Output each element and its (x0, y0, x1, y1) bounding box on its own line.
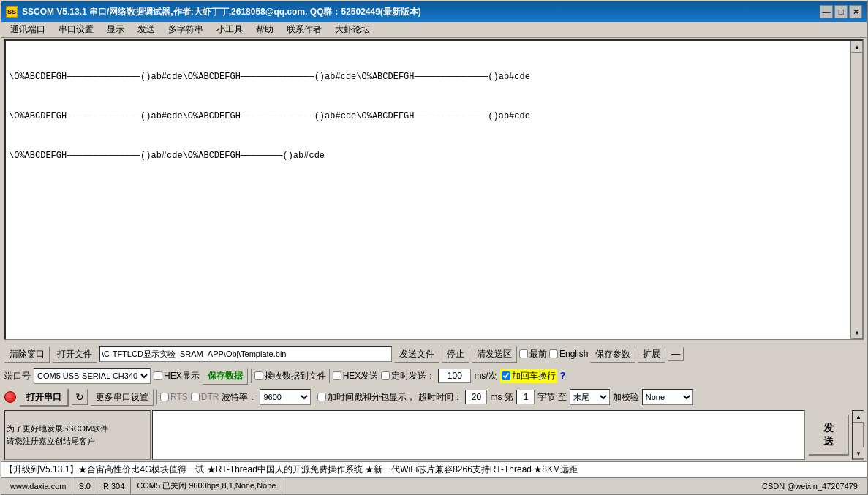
hex-display-checkbox[interactable] (154, 371, 162, 380)
refresh-button[interactable]: ↻ (72, 389, 88, 405)
hex-display-label: HEX显示 (154, 370, 200, 382)
title-buttons: — □ ✕ (820, 5, 862, 18)
menu-help[interactable]: 帮助 (250, 22, 279, 37)
promo-line2: 请您注册嘉立创结尾客户 (7, 436, 148, 447)
minimize-button[interactable]: — (820, 5, 833, 18)
add-timestamp-label: 加时间戳和分包显示， (317, 391, 415, 404)
send-scroll-up[interactable]: ▲ (853, 411, 864, 423)
send-file-button[interactable]: 发送文件 (394, 346, 439, 363)
terminal-scroll[interactable]: \O%ABCDEFGH——————————————()ab#cde\O%ABCD… (6, 41, 862, 339)
checksum-select[interactable]: None CRC8 CRC16 SUM (642, 389, 693, 405)
hex-display-text: HEX显示 (164, 370, 200, 382)
timeout-label: 超时时间： (418, 391, 462, 404)
receive-to-file-text: 接收数据到文件 (265, 370, 326, 382)
send-main-button[interactable]: 发 送 (808, 415, 849, 456)
status-r: R:304 (97, 478, 131, 494)
dtr-text: DTR (201, 392, 219, 402)
save-params-button[interactable]: 保存参数 (590, 346, 635, 363)
last-label: 最前 (529, 348, 547, 360)
terminal-output: \O%ABCDEFGH——————————————()ab#cde\O%ABCD… (6, 41, 850, 192)
dash-button[interactable]: — (668, 347, 684, 361)
status-credit: CSDN @weixin_47207479 (756, 482, 864, 491)
menu-send[interactable]: 发送 (132, 22, 161, 37)
stop-button[interactable]: 停止 (442, 346, 469, 363)
clear-window-button[interactable]: 清除窗口 (4, 346, 50, 363)
send-area: 为了更好地发展SSCOM软件 请您注册嘉立创结尾客户 发 送 ▲ ▼ (4, 410, 864, 460)
ticker-text: 【升级到V5.13.1】★合宙高性价比4G模块值得一试 ★RT-Thread中国… (4, 464, 578, 475)
divider-4 (314, 390, 314, 404)
ticker-bar: 【升级到V5.13.1】★合宙高性价比4G模块值得一试 ★RT-Thread中国… (1, 461, 867, 477)
com-port-select[interactable]: COM5 USB-SERIAL CH340 (34, 368, 151, 384)
dtr-checkbox[interactable] (191, 393, 200, 401)
terminal-scrollbar: ▲ ▼ (850, 41, 862, 339)
rts-label: RTS (160, 392, 188, 402)
packet-num-label: 第 (505, 391, 513, 404)
timed-send-checkbox[interactable] (381, 371, 390, 380)
end-select[interactable]: 末尾 首字节 (570, 389, 610, 405)
title-bar-left: SS SSCOM V5.13.1 串口/网络数据调试器,作者:大虾丁丁,2618… (6, 6, 421, 18)
menu-multistring[interactable]: 多字符串 (162, 22, 209, 37)
baud-select[interactable]: 9600 115200 57600 38400 19200 4800 2400 … (260, 389, 311, 405)
divider-2 (329, 369, 330, 383)
control-section: 清除窗口 打开文件 发送文件 停止 清发送区 最前 English 保存参数 扩… (1, 341, 867, 410)
add-timestamp-text: 加时间戳和分包显示， (328, 391, 415, 404)
timed-interval-input[interactable] (438, 369, 471, 383)
help-icon[interactable]: ? (560, 371, 565, 381)
hex-send-label: HEX发送 (333, 370, 379, 382)
send-scrollbar: ▲ ▼ (852, 410, 864, 460)
receive-to-file-checkbox[interactable] (254, 371, 263, 380)
receive-to-file-label: 接收数据到文件 (254, 370, 326, 382)
last-checkbox[interactable] (519, 349, 528, 358)
close-button[interactable]: ✕ (849, 5, 862, 18)
expand-button[interactable]: 扩展 (638, 346, 665, 363)
menu-serial-settings[interactable]: 串口设置 (53, 22, 99, 37)
english-checkbox[interactable] (549, 349, 558, 358)
control-row3: 打开串口 ↻ 更多串口设置 RTS DTR 波特率： 9600 115200 5… (4, 387, 864, 407)
baud-label: 波特率： (222, 391, 257, 404)
more-com-button[interactable]: 更多串口设置 (91, 389, 154, 406)
terminal-line-1: \O%ABCDEFGH——————————————()ab#cde\O%ABCD… (9, 70, 848, 83)
menu-tools[interactable]: 小工具 (211, 22, 249, 37)
menu-contact[interactable]: 联系作者 (281, 22, 328, 37)
timed-unit-label: ms/次 (474, 370, 497, 382)
menu-forum[interactable]: 大虾论坛 (329, 22, 376, 37)
maximize-button[interactable]: □ (834, 5, 848, 18)
title-bar: SS SSCOM V5.13.1 串口/网络数据调试器,作者:大虾丁丁,2618… (1, 1, 867, 22)
clear-send-area-button[interactable]: 清发送区 (472, 346, 517, 363)
timeout-input[interactable] (465, 390, 487, 404)
packet-num-input[interactable] (516, 390, 535, 404)
terminal-line-2: \O%ABCDEFGH——————————————()ab#cde\O%ABCD… (9, 110, 848, 123)
scroll-down-button[interactable]: ▼ (851, 327, 863, 339)
app-icon: SS (6, 6, 18, 18)
status-website: www.daxia.com (4, 478, 72, 494)
menu-display[interactable]: 显示 (101, 22, 130, 37)
scroll-up-button[interactable]: ▲ (851, 41, 863, 53)
divider-1 (251, 369, 252, 383)
save-data-button[interactable]: 保存数据 (203, 368, 248, 385)
rts-checkbox[interactable] (160, 393, 169, 401)
add-timestamp-checkbox[interactable] (317, 393, 326, 401)
timed-send-text: 定时发送： (391, 370, 435, 382)
promo-area: 为了更好地发展SSCOM软件 请您注册嘉立创结尾客户 (4, 410, 151, 460)
dtr-label: DTR (191, 392, 219, 402)
promo-line1: 为了更好地发展SSCOM软件 (7, 423, 148, 434)
control-row1: 清除窗口 打开文件 发送文件 停止 清发送区 最前 English 保存参数 扩… (4, 343, 864, 365)
file-path-input[interactable] (99, 346, 392, 362)
menu-communications[interactable]: 通讯端口 (4, 22, 51, 37)
send-scroll-down[interactable]: ▼ (853, 447, 864, 459)
open-port-button[interactable]: 打开串口 (19, 388, 69, 407)
send-textarea[interactable] (152, 410, 805, 460)
hex-send-checkbox[interactable] (333, 371, 341, 380)
send-button-area: 发 送 (807, 410, 850, 460)
last-checkbox-label: 最前 (519, 348, 547, 360)
hex-send-text: HEX发送 (343, 370, 379, 382)
terminal-area: \O%ABCDEFGH——————————————()ab#cde\O%ABCD… (4, 39, 864, 340)
scroll-track (851, 53, 862, 327)
status-s: S:0 (72, 478, 97, 494)
add-crlf-checkbox[interactable] (502, 371, 510, 380)
add-crlf-text: 加回车换行 (512, 370, 556, 382)
divider-3 (156, 390, 157, 404)
add-crlf-label: 加回车换行 (500, 369, 557, 383)
open-file-button[interactable]: 打开文件 (52, 346, 97, 363)
checksum-label: 加校验 (613, 391, 639, 404)
